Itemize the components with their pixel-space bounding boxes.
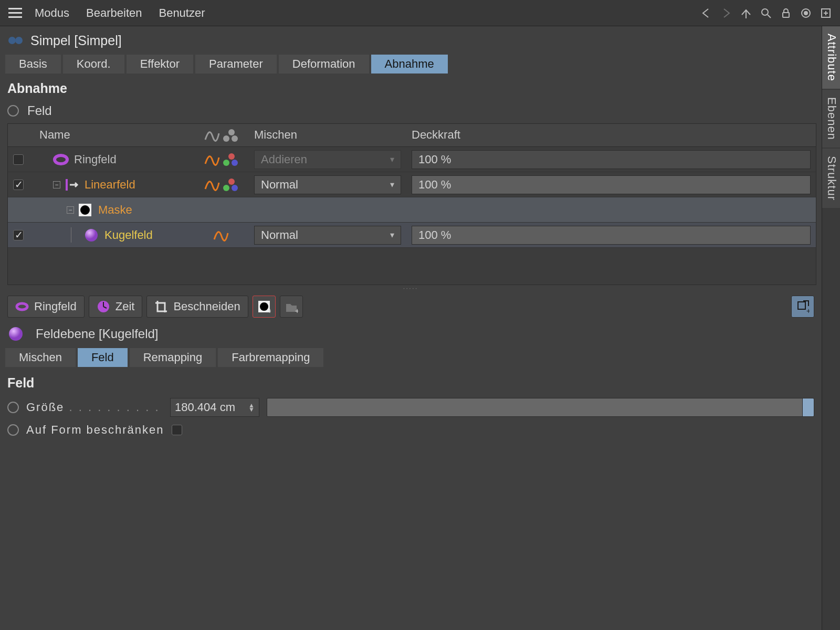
color-channels-icon[interactable] bbox=[223, 153, 238, 166]
opacity-slider[interactable]: 100 % bbox=[412, 175, 811, 194]
menu-bar: Modus Bearbeiten Benutzer bbox=[0, 0, 840, 26]
vtab-attribute[interactable]: Attribute bbox=[822, 26, 840, 89]
expander-icon[interactable]: − bbox=[67, 206, 74, 214]
col-mischen: Mischen bbox=[249, 124, 406, 146]
keyframe-dot-icon[interactable] bbox=[7, 105, 19, 117]
blend-mode-select[interactable]: Normal▾ bbox=[254, 226, 401, 245]
row-label: Kugelfeld bbox=[104, 228, 153, 242]
color-channels-icon bbox=[223, 129, 238, 142]
lock-icon[interactable] bbox=[776, 3, 796, 23]
svg-point-19 bbox=[9, 327, 23, 341]
add-ringfeld-button[interactable]: Ringfeld bbox=[7, 296, 85, 318]
groesse-value: 180.404 cm bbox=[175, 401, 235, 414]
col-name: Name bbox=[34, 124, 193, 146]
tab-deformation[interactable]: Deformation bbox=[279, 55, 369, 74]
keyframe-dot-icon[interactable] bbox=[7, 424, 19, 436]
row-label: Maske bbox=[98, 203, 132, 217]
blend-mode-select[interactable]: Normal▾ bbox=[254, 175, 401, 194]
object-title: Simpel [Simpel] bbox=[30, 33, 122, 48]
color-channels-icon[interactable] bbox=[223, 178, 238, 191]
add-zeit-button[interactable]: Zeit bbox=[89, 296, 143, 318]
wave-icon[interactable] bbox=[204, 178, 220, 191]
svg-text:+: + bbox=[295, 307, 298, 313]
col-deckkraft: Deckkraft bbox=[406, 124, 816, 146]
prop-groesse: Größe 180.404 cm ▲▼ bbox=[7, 398, 814, 417]
row-label: Linearfeld bbox=[85, 178, 135, 192]
add-mask-button[interactable]: + bbox=[253, 296, 276, 318]
vtab-struktur[interactable]: Struktur bbox=[822, 149, 840, 208]
field-list: Name Mischen Deckkraft Ringfeld bbox=[7, 123, 816, 285]
nav-forward-icon[interactable] bbox=[716, 3, 736, 23]
mask-icon bbox=[77, 202, 93, 218]
feld-header: Feld bbox=[0, 101, 822, 123]
add-beschneiden-button[interactable]: Beschneiden bbox=[146, 296, 248, 318]
section-title-abnahme: Abnahme bbox=[0, 78, 822, 101]
prop-label: Auf Form beschränken bbox=[26, 423, 164, 437]
prop-aufform: Auf Form beschränken bbox=[7, 423, 814, 437]
field-list-header: Name Mischen Deckkraft bbox=[8, 124, 816, 147]
nav-back-icon[interactable] bbox=[696, 3, 716, 23]
torus-field-icon bbox=[53, 152, 69, 167]
svg-text:+: + bbox=[268, 307, 271, 313]
object-tabs: Basis Koord. Effektor Parameter Deformat… bbox=[0, 55, 822, 78]
svg-point-9 bbox=[80, 205, 90, 215]
row-label: Ringfeld bbox=[74, 153, 117, 166]
nav-up-icon[interactable] bbox=[736, 3, 756, 23]
groesse-slider[interactable] bbox=[267, 398, 814, 417]
svg-rect-17 bbox=[798, 302, 805, 309]
sub-object-title: Feldebene [Kugelfeld] bbox=[36, 327, 159, 341]
add-panel-icon[interactable] bbox=[816, 3, 836, 23]
subtab-mischen[interactable]: Mischen bbox=[5, 348, 76, 367]
tab-effektor[interactable]: Effektor bbox=[127, 55, 193, 74]
menu-modus[interactable]: Modus bbox=[26, 6, 78, 20]
groesse-input[interactable]: 180.404 cm ▲▼ bbox=[170, 398, 259, 417]
svg-point-5 bbox=[8, 37, 16, 44]
properties: Größe 180.404 cm ▲▼ Auf Form beschränken bbox=[0, 396, 822, 439]
table-row[interactable]: Kugelfeld Normal▾ 100 % bbox=[8, 223, 816, 248]
vtab-ebenen[interactable]: Ebenen bbox=[822, 90, 840, 148]
row-enable-checkbox[interactable] bbox=[13, 154, 24, 165]
wave-icon[interactable] bbox=[204, 153, 220, 166]
svg-point-10 bbox=[85, 229, 98, 242]
tab-basis[interactable]: Basis bbox=[5, 55, 61, 74]
detach-panel-button[interactable]: + bbox=[791, 296, 814, 318]
feld-label: Feld bbox=[27, 103, 52, 118]
search-icon[interactable] bbox=[756, 3, 776, 23]
row-enable-checkbox[interactable] bbox=[13, 180, 24, 190]
sphere-field-icon bbox=[7, 326, 23, 342]
menu-bearbeiten[interactable]: Bearbeiten bbox=[78, 6, 150, 20]
table-row[interactable]: − Maske bbox=[8, 197, 816, 223]
add-folder-button[interactable]: + bbox=[280, 296, 303, 318]
opacity-slider[interactable]: 100 % bbox=[412, 150, 811, 169]
table-row[interactable]: Ringfeld Addieren▾ 100 % bbox=[8, 147, 816, 172]
opacity-slider[interactable]: 100 % bbox=[412, 226, 811, 245]
object-icon bbox=[7, 32, 25, 49]
hamburger-icon[interactable] bbox=[4, 2, 26, 24]
sub-tabs: Mischen Feld Remapping Farbremapping bbox=[0, 346, 822, 372]
blend-mode-select[interactable]: Addieren▾ bbox=[254, 150, 401, 169]
panel-splitter[interactable]: ····· bbox=[0, 285, 822, 291]
svg-rect-1 bbox=[783, 13, 789, 17]
table-row[interactable]: − Linearfeld Normal▾ 100 % bbox=[8, 172, 816, 197]
row-enable-checkbox[interactable] bbox=[13, 230, 24, 240]
subtab-farbremapping[interactable]: Farbremapping bbox=[218, 348, 323, 367]
menu-benutzer[interactable]: Benutzer bbox=[150, 6, 213, 20]
col-indicators bbox=[193, 124, 249, 146]
tab-abnahme[interactable]: Abnahme bbox=[371, 55, 448, 74]
record-icon[interactable] bbox=[796, 3, 816, 23]
spinner-icon[interactable]: ▲▼ bbox=[248, 403, 255, 412]
tab-parameter[interactable]: Parameter bbox=[195, 55, 277, 74]
tab-koord[interactable]: Koord. bbox=[63, 55, 124, 74]
prop-label: Größe bbox=[26, 401, 163, 414]
keyframe-dot-icon[interactable] bbox=[7, 402, 19, 413]
subtab-remapping[interactable]: Remapping bbox=[130, 348, 216, 367]
sub-object-header: Feldebene [Kugelfeld] bbox=[0, 322, 822, 346]
svg-point-7 bbox=[55, 155, 67, 164]
svg-point-6 bbox=[15, 37, 23, 44]
aufform-checkbox[interactable] bbox=[172, 425, 182, 435]
expander-icon[interactable]: − bbox=[53, 181, 60, 188]
object-header: Simpel [Simpel] bbox=[0, 26, 822, 55]
subtab-feld[interactable]: Feld bbox=[78, 348, 128, 367]
wave-icon[interactable] bbox=[213, 229, 229, 242]
svg-point-14 bbox=[260, 302, 268, 311]
